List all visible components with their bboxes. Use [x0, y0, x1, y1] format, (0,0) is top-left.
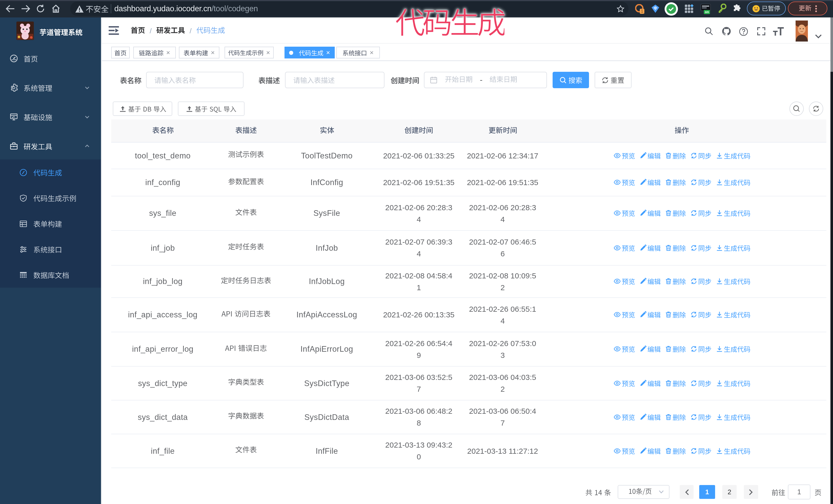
svg-text:1: 1 [641, 9, 643, 13]
svg-text:on: on [705, 10, 709, 14]
